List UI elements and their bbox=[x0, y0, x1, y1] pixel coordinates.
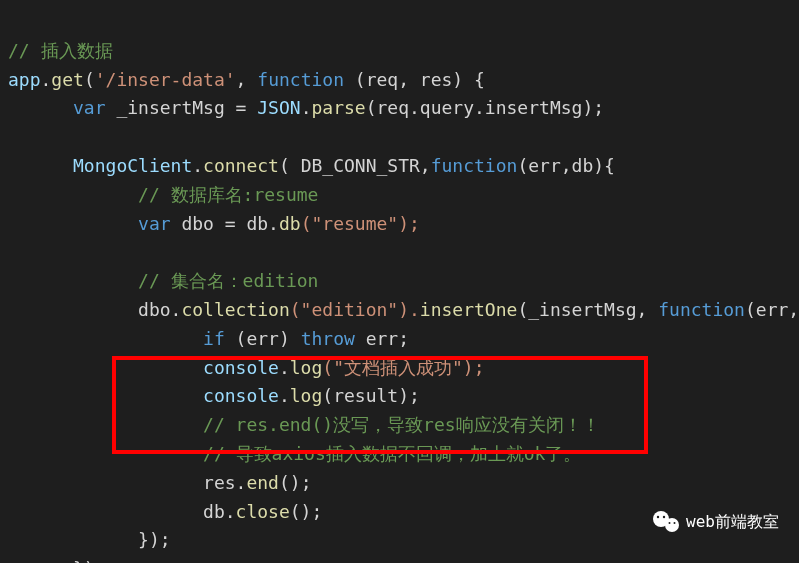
code-text: res. bbox=[203, 472, 246, 493]
code-text: }); bbox=[73, 558, 106, 563]
code-text: '/inser-data' bbox=[95, 69, 236, 90]
code-text: db. bbox=[203, 501, 236, 522]
code-text: connect bbox=[203, 155, 279, 176]
code-text: close bbox=[236, 501, 290, 522]
comment-line: // res.end()没写，导致res响应没有关闭！！ bbox=[203, 414, 600, 435]
code-text: ("edition"). bbox=[290, 299, 420, 320]
code-text: console bbox=[203, 385, 279, 406]
svg-point-2 bbox=[657, 516, 659, 518]
code-text: var bbox=[138, 213, 171, 234]
code-text: err; bbox=[355, 328, 409, 349]
watermark: web前端教室 bbox=[652, 509, 779, 535]
code-text: (req.query.insertMsg); bbox=[366, 97, 604, 118]
code-text: db bbox=[279, 213, 301, 234]
code-text: insertOne bbox=[420, 299, 518, 320]
code-text: (req, res) { bbox=[344, 69, 485, 90]
code-text: (err) bbox=[225, 328, 301, 349]
watermark-text: web前端教室 bbox=[686, 509, 779, 535]
svg-point-4 bbox=[669, 522, 671, 524]
code-text: function bbox=[658, 299, 745, 320]
code-editor: // 插入数据 app.get('/inser-data', function … bbox=[8, 8, 791, 563]
code-text: (); bbox=[279, 472, 312, 493]
code-text: . bbox=[301, 97, 312, 118]
code-text: get bbox=[51, 69, 84, 90]
code-text: (err, result){ bbox=[745, 299, 799, 320]
code-text: (_insertMsg, bbox=[517, 299, 658, 320]
code-text: collection bbox=[181, 299, 289, 320]
code-text: dbo = db. bbox=[171, 213, 279, 234]
code-text: throw bbox=[301, 328, 355, 349]
code-text: }); bbox=[138, 529, 171, 550]
code-text: . bbox=[279, 385, 290, 406]
comment-line: // 数据库名:resume bbox=[138, 184, 318, 205]
code-text: . bbox=[41, 69, 52, 90]
code-text: , bbox=[236, 69, 258, 90]
code-text: JSON bbox=[257, 97, 300, 118]
code-text: ( DB_CONN_STR, bbox=[279, 155, 431, 176]
comment-line: // 导致axios插入数据不回调，加上就ok了。 bbox=[203, 443, 581, 464]
code-text: function bbox=[257, 69, 344, 90]
code-text: end bbox=[246, 472, 279, 493]
code-text: (err,db){ bbox=[517, 155, 615, 176]
code-text: console bbox=[203, 357, 279, 378]
wechat-icon bbox=[652, 510, 680, 534]
code-text: (); bbox=[290, 501, 323, 522]
svg-point-1 bbox=[665, 518, 679, 532]
code-text: (result); bbox=[322, 385, 420, 406]
code-text: . bbox=[192, 155, 203, 176]
code-text: log bbox=[290, 385, 323, 406]
code-text: ( bbox=[84, 69, 95, 90]
code-text: MongoClient bbox=[73, 155, 192, 176]
code-text: _insertMsg = bbox=[106, 97, 258, 118]
code-text: ("resume"); bbox=[301, 213, 420, 234]
code-text: log bbox=[290, 357, 323, 378]
svg-point-3 bbox=[663, 516, 665, 518]
code-text: parse bbox=[311, 97, 365, 118]
code-text: dbo. bbox=[138, 299, 181, 320]
code-text: . bbox=[279, 357, 290, 378]
svg-point-5 bbox=[674, 522, 676, 524]
code-text: function bbox=[431, 155, 518, 176]
comment-line: // 插入数据 bbox=[8, 40, 113, 61]
comment-line: // 集合名：edition bbox=[138, 270, 318, 291]
code-text: app bbox=[8, 69, 41, 90]
code-text: ("文档插入成功"); bbox=[322, 357, 484, 378]
code-text: var bbox=[73, 97, 106, 118]
code-text: if bbox=[203, 328, 225, 349]
